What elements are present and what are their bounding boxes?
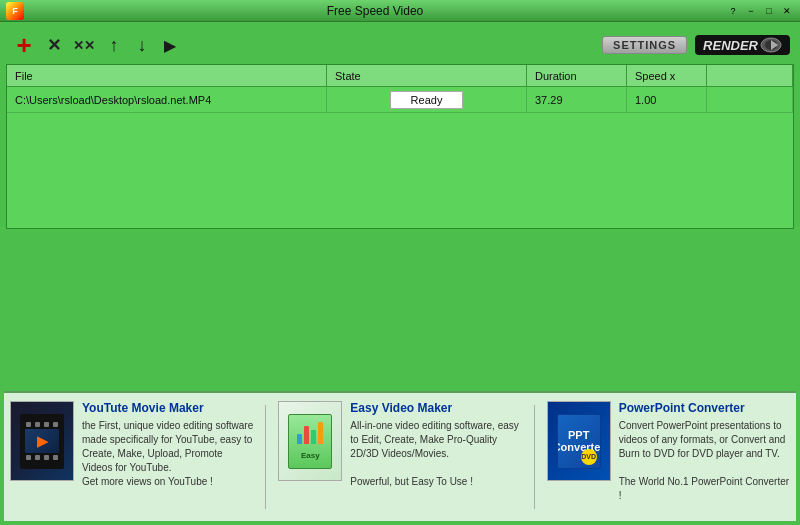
table-row[interactable]: C:\Users\rsload\Desktop\rsload.net.MP4 R… [7,87,793,113]
cell-duration: 37.29 [527,87,627,112]
header-duration: Duration [527,65,627,86]
cell-speedx: 1.00 [627,87,707,112]
minimize-button[interactable]: − [744,4,758,18]
easy-box-icon: Easy [288,414,332,469]
film-hole [53,455,58,460]
promo-youtube[interactable]: ▶ YouTute Movie Maker the First, unique … [10,401,253,513]
render-logo: RENDER [695,35,790,55]
promo-youtube-title: YouTute Movie Maker [82,401,253,415]
maximize-button[interactable]: □ [762,4,776,18]
film-hole [26,455,31,460]
render-label: RENDER [703,38,758,53]
easy-label: Easy [301,451,320,460]
add-button[interactable]: + [10,33,38,57]
promo-youtube-text: YouTute Movie Maker the First, unique vi… [82,401,253,513]
move-down-button[interactable]: ↓ [130,33,154,57]
ppt-cover-text: PPTConverter [557,429,601,453]
bar-2 [304,426,309,444]
film-hole [44,422,49,427]
app-logo: F [6,2,24,20]
cell-file: C:\Users\rsload\Desktop\rsload.net.MP4 [7,87,327,112]
film-hole [26,422,31,427]
film-hole [53,422,58,427]
table-body: C:\Users\rsload\Desktop\rsload.net.MP4 R… [7,87,793,228]
file-table: File State Duration Speed x C:\Users\rsl… [6,64,794,229]
help-button[interactable]: ? [726,4,740,18]
promo-ppt[interactable]: PPTConverter DVD PowerPoint Converter Co… [547,401,790,513]
delete-all-button[interactable]: ✕✕ [70,33,98,57]
header-state: State [327,65,527,86]
promo-easy[interactable]: Easy Easy Video Maker All-in-one video e… [278,401,521,513]
move-up-button[interactable]: ↑ [102,33,126,57]
bar-3 [311,430,316,444]
film-holes-bottom [26,455,58,460]
film-content: ▶ [25,429,59,453]
play-button[interactable]: ▶ [158,33,182,57]
promo-easy-desc: All-in-one video editing software, easy … [350,419,521,489]
window-title: Free Speed Video [327,4,424,18]
window-controls: ? − □ ✕ [726,4,794,18]
promo-ppt-title: PowerPoint Converter [619,401,790,415]
toolbar-right: SETTINGS RENDER [602,35,790,55]
promo-ppt-desc: Convert PowerPoint presentations to vide… [619,419,790,503]
film-hole [35,455,40,460]
header-speedx: Speed x [627,65,707,86]
table-header: File State Duration Speed x [7,65,793,87]
promo-easy-title: Easy Video Maker [350,401,521,415]
film-hole [35,422,40,427]
promo-divider-2 [534,405,535,509]
promo-youtube-desc: the First, unique video editing software… [82,419,253,489]
header-extra [707,65,793,86]
settings-button[interactable]: SETTINGS [602,36,687,54]
title-bar: F Free Speed Video ? − □ ✕ [0,0,800,22]
promo-easy-image: Easy [278,401,342,481]
easy-bars [297,422,323,444]
cell-extra [707,87,793,112]
promo-divider-1 [265,405,266,509]
promo-youtube-image: ▶ [10,401,74,481]
state-badge: Ready [390,91,464,109]
bar-4 [318,422,323,444]
promo-easy-text: Easy Video Maker All-in-one video editin… [350,401,521,513]
close-button[interactable]: ✕ [780,4,794,18]
promo-ppt-image: PPTConverter DVD [547,401,611,481]
content-spacer [4,229,796,392]
delete-button[interactable]: ✕ [42,33,66,57]
render-icon [760,37,782,53]
promo-ppt-text: PowerPoint Converter Convert PowerPoint … [619,401,790,513]
promo-area: ▶ YouTute Movie Maker the First, unique … [4,391,796,521]
cell-state: Ready [327,87,527,112]
film-icon: ▶ [20,414,64,469]
header-file: File [7,65,327,86]
film-holes-top [26,422,58,427]
main-container: + ✕ ✕✕ ↑ ↓ ▶ SETTINGS RENDER File State … [0,22,800,525]
bar-1 [297,434,302,444]
film-hole [44,455,49,460]
ppt-cover-icon: PPTConverter DVD [557,414,601,469]
ppt-dvd-badge: DVD [581,449,597,465]
toolbar: + ✕ ✕✕ ↑ ↓ ▶ SETTINGS RENDER [4,26,796,64]
